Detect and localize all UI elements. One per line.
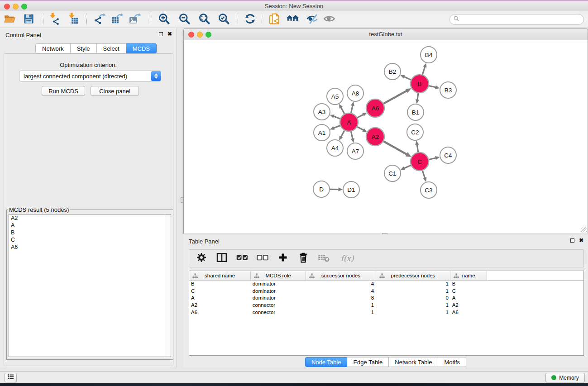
graph-node-C3[interactable]: C3	[421, 182, 437, 198]
table-cell[interactable]: 1	[376, 287, 450, 295]
import-network-button[interactable]	[47, 13, 61, 26]
table-cell[interactable]: 8	[306, 295, 376, 302]
table-cell[interactable]: dominator	[251, 280, 306, 287]
graph-node-C[interactable]: C	[411, 152, 429, 171]
table-cell[interactable]: B	[189, 280, 251, 287]
table-cell[interactable]: 1	[306, 301, 376, 309]
import-table-button[interactable]	[66, 13, 80, 26]
tab-node-table[interactable]: Node Table	[305, 357, 348, 367]
tab-mcds[interactable]: MCDS	[126, 43, 157, 53]
table-cell[interactable]: 4	[306, 287, 376, 295]
uncheck-pair-button[interactable]	[256, 252, 269, 265]
table-cell[interactable]: 1	[376, 280, 450, 287]
tab-network[interactable]: Network	[35, 43, 71, 53]
float-panel-icon[interactable]	[159, 32, 163, 36]
graph-node-A8[interactable]: A8	[347, 85, 363, 101]
gear-button[interactable]	[195, 252, 208, 265]
tab-network-table[interactable]: Network Table	[389, 357, 438, 367]
run-mcds-button[interactable]: Run MCDS	[42, 86, 85, 96]
table-cell[interactable]: C	[450, 287, 487, 295]
graph-node-A[interactable]: A	[340, 113, 358, 131]
table-cell[interactable]: A	[450, 295, 487, 302]
graph-node-A2[interactable]: A2	[366, 128, 384, 146]
new-doc-share-button[interactable]	[267, 13, 281, 26]
split-columns-button[interactable]	[215, 252, 229, 265]
table-delete-button[interactable]	[317, 252, 330, 265]
tab-motifs[interactable]: Motifs	[438, 357, 466, 367]
export-network-button[interactable]	[92, 13, 107, 26]
column-header-predecessor-nodes[interactable]: predecessor nodes	[376, 271, 450, 280]
graph-node-C2[interactable]: C2	[407, 124, 423, 140]
open-folder-button[interactable]	[2, 13, 17, 26]
search-input[interactable]	[462, 15, 583, 24]
column-header-MCDS-role[interactable]: MCDS role	[251, 271, 306, 280]
graph-node-C1[interactable]: C1	[384, 165, 401, 181]
home-networks-button[interactable]	[285, 13, 300, 26]
table-cell[interactable]: B	[450, 280, 487, 287]
table-cell[interactable]: connector	[251, 309, 306, 316]
network-vertical-scrollbar[interactable]	[181, 197, 183, 203]
graph-node-A1[interactable]: A1	[314, 124, 330, 141]
export-image-button[interactable]	[128, 13, 142, 26]
graph-node-A6[interactable]: A6	[366, 99, 384, 117]
table-cell[interactable]: 1	[376, 301, 450, 309]
table-cell[interactable]: 0	[376, 295, 450, 302]
mcds-result-item[interactable]: C	[9, 236, 171, 243]
column-header-shared-name[interactable]: shared name	[189, 271, 251, 280]
plus-button[interactable]	[276, 252, 290, 265]
network-window-titlebar[interactable]: testGlobe.txt	[184, 29, 588, 40]
graph-node-D[interactable]: D	[313, 181, 330, 197]
table-cell[interactable]: 1	[376, 309, 450, 316]
main-titlebar[interactable]: Session: New Session	[0, 1, 588, 11]
mcds-result-item[interactable]: A	[9, 222, 171, 229]
table-cell[interactable]: A6	[189, 309, 251, 316]
zoom-out-button[interactable]	[177, 13, 191, 26]
export-table-button[interactable]	[110, 13, 124, 26]
zoom-fit-button[interactable]	[197, 13, 211, 26]
float-table-panel-icon[interactable]	[570, 238, 574, 243]
column-header-successor-nodes[interactable]: successor nodes	[306, 271, 376, 280]
graph-node-A3[interactable]: A3	[314, 104, 330, 120]
table-cell[interactable]: C	[189, 287, 251, 295]
tab-select[interactable]: Select	[97, 43, 126, 53]
optimization-criterion-dropdown[interactable]: largest connected component (directed)	[19, 71, 161, 81]
graph-node-B2[interactable]: B2	[384, 63, 401, 80]
refresh-button[interactable]	[243, 13, 257, 26]
show-glyph-button[interactable]	[322, 13, 336, 26]
fx-button[interactable]: f(x)	[337, 252, 357, 265]
table-row[interactable]: A2connector11A2	[189, 301, 583, 309]
table-cell[interactable]: 4	[306, 280, 376, 287]
column-header-name[interactable]: name	[450, 271, 487, 280]
window-resize-grip[interactable]	[581, 227, 587, 233]
table-cell[interactable]: dominator	[251, 287, 306, 295]
table-row[interactable]: Adominator80A	[189, 295, 583, 302]
hide-glyph-button[interactable]	[305, 13, 319, 26]
mcds-result-item[interactable]: A2	[9, 214, 171, 222]
search-field[interactable]	[449, 14, 584, 25]
table-cell[interactable]: A	[189, 295, 251, 302]
zoom-in-button[interactable]	[157, 13, 171, 26]
close-panel-button[interactable]: Close panel	[91, 86, 139, 96]
network-graph-canvas[interactable]: B4B2BB3A5A8A6A3AB1A1C2A2A4A7CC4C1C3DD1	[184, 41, 588, 234]
table-row[interactable]: Bdominator41B	[189, 280, 583, 287]
task-history-button[interactable]	[5, 373, 17, 382]
mcds-result-item[interactable]: A6	[9, 243, 171, 251]
table-cell[interactable]: A6	[450, 309, 487, 316]
tab-style[interactable]: Style	[71, 43, 97, 53]
mcds-result-item[interactable]: B	[9, 229, 171, 236]
tab-edge-table[interactable]: Edge Table	[347, 357, 389, 367]
trash-button[interactable]	[296, 252, 310, 265]
table-cell[interactable]: A2	[189, 301, 251, 309]
graph-node-A7[interactable]: A7	[347, 143, 363, 159]
graph-node-A5[interactable]: A5	[327, 88, 343, 105]
result-list-scrollbar[interactable]	[165, 214, 171, 357]
graph-node-D1[interactable]: D1	[343, 181, 359, 198]
close-panel-icon[interactable]: ✖	[167, 32, 172, 36]
graph-node-A4[interactable]: A4	[327, 140, 343, 156]
graph-node-B[interactable]: B	[411, 75, 429, 93]
zoom-selected-button[interactable]	[216, 13, 231, 26]
check-pair-button[interactable]	[235, 252, 249, 265]
graph-node-B1[interactable]: B1	[407, 104, 424, 120]
table-row[interactable]: Cdominator41C	[189, 287, 583, 295]
table-row[interactable]: A6connector11A6	[189, 309, 583, 316]
